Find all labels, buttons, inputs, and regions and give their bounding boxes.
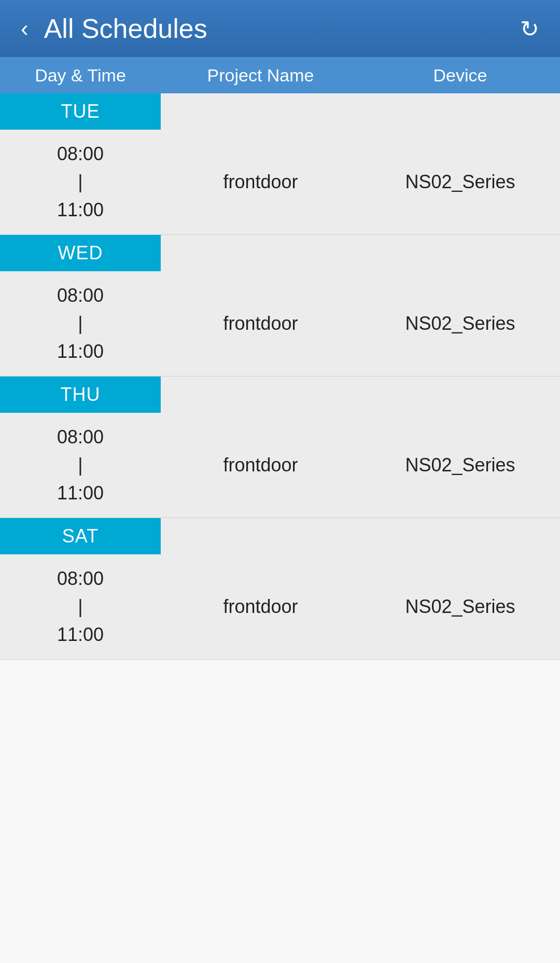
day-header: THU (0, 376, 161, 413)
table-row[interactable]: 08:00|11:00frontdoorNS02_Series (0, 413, 560, 518)
schedule-group[interactable]: THU08:00|11:00frontdoorNS02_Series (0, 376, 560, 518)
schedule-group[interactable]: SAT08:00|11:00frontdoorNS02_Series (0, 518, 560, 660)
time-cell: 08:00|11:00 (0, 140, 161, 224)
project-cell: frontdoor (161, 454, 360, 476)
table-row[interactable]: 08:00|11:00frontdoorNS02_Series (0, 271, 560, 376)
app-header: ‹ All Schedules ↻ (0, 0, 560, 57)
col-header-device: Device (360, 65, 560, 86)
device-cell: NS02_Series (360, 596, 560, 618)
back-button[interactable]: ‹ (21, 16, 29, 41)
schedule-list: TUE08:00|11:00frontdoorNS02_SeriesWED08:… (0, 93, 560, 660)
time-cell: 08:00|11:00 (0, 565, 161, 649)
device-cell: NS02_Series (360, 313, 560, 334)
col-header-project-name: Project Name (161, 65, 360, 86)
device-cell: NS02_Series (360, 454, 560, 476)
project-cell: frontdoor (161, 596, 360, 618)
schedule-group[interactable]: TUE08:00|11:00frontdoorNS02_Series (0, 93, 560, 235)
schedule-group[interactable]: WED08:00|11:00frontdoorNS02_Series (0, 235, 560, 376)
day-header: TUE (0, 93, 161, 130)
table-row[interactable]: 08:00|11:00frontdoorNS02_Series (0, 554, 560, 659)
column-header-row: Day & Time Project Name Device (0, 57, 560, 93)
day-header: SAT (0, 518, 161, 554)
empty-content-area (0, 660, 560, 963)
time-cell: 08:00|11:00 (0, 423, 161, 507)
time-cell: 08:00|11:00 (0, 282, 161, 366)
day-header: WED (0, 235, 161, 271)
device-cell: NS02_Series (360, 171, 560, 193)
project-cell: frontdoor (161, 313, 360, 334)
table-row[interactable]: 08:00|11:00frontdoorNS02_Series (0, 130, 560, 234)
project-cell: frontdoor (161, 171, 360, 193)
refresh-button[interactable]: ↻ (520, 16, 539, 42)
col-header-day-time: Day & Time (0, 65, 161, 86)
page-title: All Schedules (44, 13, 520, 44)
